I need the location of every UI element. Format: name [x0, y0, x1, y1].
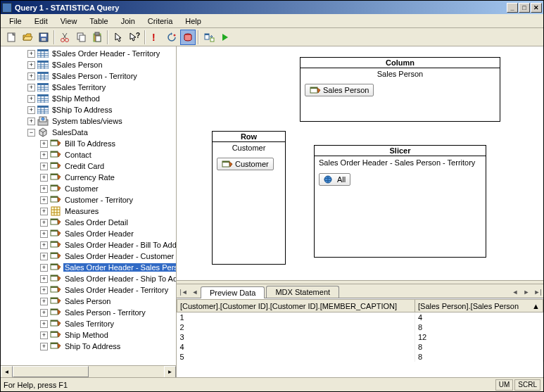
- expand-icon[interactable]: +: [27, 72, 35, 80]
- tree-node[interactable]: +Sales Order Header: [2, 228, 176, 239]
- table-row[interactable]: 312: [177, 332, 543, 342]
- tab-prev-button[interactable]: ◄: [189, 286, 201, 298]
- table-row[interactable]: 58: [177, 352, 543, 362]
- save-button[interactable]: [36, 30, 51, 45]
- tree-node[interactable]: +Sales Territory: [2, 318, 176, 329]
- refresh-button[interactable]: [164, 30, 179, 45]
- table-row[interactable]: 48: [177, 342, 543, 352]
- tree-node[interactable]: +Sales Order Detail: [2, 217, 176, 228]
- tree-node[interactable]: +Sales Person: [2, 296, 176, 307]
- minimize-button[interactable]: _: [507, 3, 518, 13]
- design-surface[interactable]: Column Sales Person Sales Person Row Cus…: [177, 46, 543, 280]
- scroll-right-button[interactable]: ►: [164, 366, 176, 378]
- tab-preview-data[interactable]: Preview Data: [201, 286, 265, 298]
- tree-node[interactable]: +$Sales Order Header - Territory: [2, 48, 176, 59]
- menu-join[interactable]: Join: [115, 15, 141, 27]
- collapse-icon[interactable]: −: [27, 129, 35, 137]
- grid-col-customer[interactable]: [Customer].[Customer ID].[Customer ID].[…: [177, 300, 415, 312]
- slicer-chip[interactable]: All: [319, 173, 350, 186]
- scroll-left-button[interactable]: ◄: [1, 366, 13, 378]
- table-row[interactable]: 28: [177, 322, 543, 332]
- expand-icon[interactable]: +: [27, 50, 35, 58]
- tree-node[interactable]: +Ship To Address: [2, 341, 176, 352]
- tree-node[interactable]: +Sales Order Header - Sales Person: [2, 262, 176, 273]
- column-chip[interactable]: Sales Person: [305, 84, 374, 96]
- tree-node[interactable]: +Customer: [2, 183, 176, 194]
- expand-icon[interactable]: +: [40, 230, 48, 238]
- maximize-button[interactable]: □: [519, 3, 530, 13]
- expand-icon[interactable]: +: [40, 174, 48, 182]
- horizontal-scrollbar[interactable]: ◄ ►: [1, 365, 176, 377]
- tree-node[interactable]: +$Ship Method: [2, 93, 176, 104]
- object-tree[interactable]: +$Sales Order Header - Territory+$Sales …: [1, 46, 176, 365]
- expand-icon[interactable]: +: [40, 253, 48, 260]
- expand-icon[interactable]: +: [40, 163, 48, 170]
- tree-node[interactable]: +$Sales Person - Territory: [2, 70, 176, 82]
- menu-help[interactable]: Help: [179, 15, 207, 27]
- paste-button[interactable]: [89, 30, 105, 45]
- scroll-thumb[interactable]: [13, 366, 89, 377]
- tree-node[interactable]: +Bill To Address: [2, 138, 176, 149]
- execute-button[interactable]: !: [148, 30, 163, 45]
- tree-node[interactable]: +Currency Rate: [2, 172, 176, 183]
- expand-icon[interactable]: +: [40, 140, 48, 148]
- menu-criteria[interactable]: Criteria: [142, 15, 178, 27]
- table-row[interactable]: 14: [177, 312, 543, 322]
- pointer-button[interactable]: [110, 30, 126, 45]
- open-button[interactable]: [20, 30, 35, 45]
- expand-icon[interactable]: +: [27, 95, 35, 103]
- expand-icon[interactable]: +: [40, 264, 48, 272]
- tree-node[interactable]: +Customer - Territory: [2, 194, 176, 206]
- expand-icon[interactable]: +: [40, 241, 48, 249]
- tree-node[interactable]: +Credit Card: [2, 160, 176, 172]
- expand-icon[interactable]: +: [40, 343, 48, 350]
- data-grid[interactable]: [Customer].[Customer ID].[Customer ID].[…: [177, 298, 543, 377]
- close-button[interactable]: ✕: [531, 3, 542, 13]
- expand-icon[interactable]: +: [40, 151, 48, 159]
- slicer-box[interactable]: Slicer Sales Order Header - Sales Person…: [314, 145, 486, 258]
- tab-back-button[interactable]: ◄: [510, 286, 521, 298]
- menu-table[interactable]: Table: [84, 15, 113, 27]
- expand-icon[interactable]: +: [40, 286, 48, 294]
- tab-mdx-statement[interactable]: MDX Statement: [266, 286, 339, 298]
- tree-node[interactable]: +Sales Order Header - Bill To Address: [2, 239, 176, 251]
- row-chip[interactable]: Customer: [217, 158, 274, 170]
- tree-node[interactable]: −SalesData: [2, 127, 176, 138]
- menu-file[interactable]: File: [4, 15, 27, 27]
- tab-last-button[interactable]: ►|: [532, 286, 543, 298]
- expand-icon[interactable]: +: [40, 298, 48, 305]
- row-box[interactable]: Row Customer Customer: [212, 131, 286, 265]
- tree-node[interactable]: +Sales Person - Territory: [2, 307, 176, 318]
- column-box[interactable]: Column Sales Person Sales Person: [300, 57, 500, 122]
- cut-button[interactable]: [57, 30, 72, 45]
- tree-node[interactable]: +Contact: [2, 149, 176, 160]
- expand-icon[interactable]: +: [40, 219, 48, 227]
- expand-icon[interactable]: +: [40, 309, 48, 317]
- menu-edit[interactable]: Edit: [29, 15, 53, 27]
- sql-view-button[interactable]: [180, 30, 196, 45]
- expand-icon[interactable]: +: [40, 320, 48, 328]
- new-button[interactable]: [4, 30, 19, 45]
- expand-icon[interactable]: +: [40, 275, 48, 283]
- expand-icon[interactable]: +: [27, 84, 35, 91]
- expand-icon[interactable]: +: [27, 106, 35, 114]
- tree-node[interactable]: +System tables/views: [2, 115, 176, 127]
- grid-col-salesperson[interactable]: [Sales Person].[Sales Person▲: [415, 300, 543, 312]
- tab-first-button[interactable]: |◄: [178, 286, 189, 298]
- expand-icon[interactable]: +: [40, 331, 48, 339]
- copy-button[interactable]: [73, 30, 89, 45]
- expand-icon[interactable]: +: [27, 118, 35, 125]
- expand-icon[interactable]: +: [40, 185, 48, 193]
- tree-node[interactable]: +Ship Method: [2, 329, 176, 341]
- run-button[interactable]: [217, 30, 233, 45]
- tree-node[interactable]: +$Sales Person: [2, 59, 176, 70]
- return-data-button[interactable]: [201, 30, 217, 45]
- tree-node[interactable]: +Sales Order Header - Territory: [2, 284, 176, 296]
- tree-node[interactable]: +$Ship To Address: [2, 104, 176, 115]
- expand-icon[interactable]: +: [40, 196, 48, 204]
- tree-node[interactable]: +Measures: [2, 206, 176, 217]
- tree-node[interactable]: +Sales Order Header - Ship To Address: [2, 273, 176, 284]
- tree-node[interactable]: +$Sales Territory: [2, 82, 176, 93]
- expand-icon[interactable]: +: [40, 208, 48, 215]
- tab-fwd-button[interactable]: ►: [521, 286, 532, 298]
